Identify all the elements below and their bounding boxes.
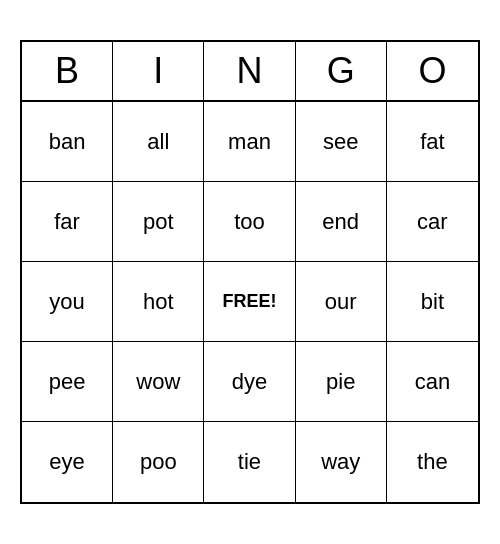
bingo-word-cell: you (22, 262, 113, 342)
bingo-word-cell: car (387, 182, 478, 262)
bingo-word-cell: all (113, 102, 204, 182)
free-space: FREE! (204, 262, 295, 342)
header-letter: N (204, 42, 295, 100)
bingo-word-cell: way (296, 422, 387, 502)
bingo-word-cell: bit (387, 262, 478, 342)
bingo-word-cell: ban (22, 102, 113, 182)
bingo-word-cell: wow (113, 342, 204, 422)
bingo-card: BINGO banallmanseefatfarpottooendcaryouh… (20, 40, 480, 504)
bingo-word-cell: eye (22, 422, 113, 502)
bingo-word-cell: pot (113, 182, 204, 262)
bingo-word-cell: see (296, 102, 387, 182)
bingo-word-cell: far (22, 182, 113, 262)
bingo-word-cell: end (296, 182, 387, 262)
bingo-word-cell: too (204, 182, 295, 262)
bingo-word-cell: hot (113, 262, 204, 342)
bingo-word-cell: tie (204, 422, 295, 502)
bingo-word-cell: pie (296, 342, 387, 422)
bingo-grid: banallmanseefatfarpottooendcaryouhotFREE… (22, 102, 478, 502)
bingo-word-cell: can (387, 342, 478, 422)
header-letter: B (22, 42, 113, 100)
bingo-word-cell: dye (204, 342, 295, 422)
header-letter: O (387, 42, 478, 100)
header-letter: I (113, 42, 204, 100)
bingo-header: BINGO (22, 42, 478, 102)
bingo-word-cell: pee (22, 342, 113, 422)
bingo-word-cell: fat (387, 102, 478, 182)
bingo-word-cell: the (387, 422, 478, 502)
bingo-word-cell: our (296, 262, 387, 342)
header-letter: G (296, 42, 387, 100)
bingo-word-cell: man (204, 102, 295, 182)
bingo-word-cell: poo (113, 422, 204, 502)
